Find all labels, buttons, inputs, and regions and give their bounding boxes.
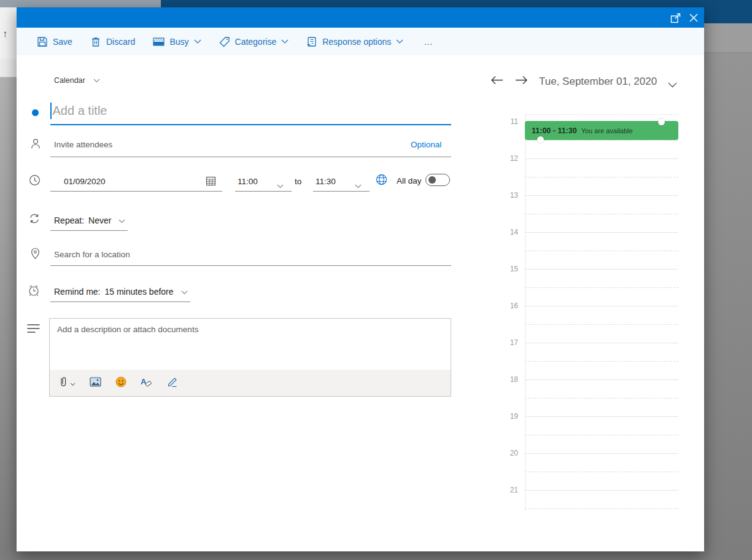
- reminder-label: Remind me:: [54, 287, 100, 297]
- start-time-dropdown[interactable]: 11:00: [238, 177, 258, 186]
- half-hour-line: [525, 324, 678, 325]
- response-options-icon: [306, 36, 317, 47]
- repeat-label: Repeat:: [54, 216, 84, 225]
- half-hour-line: [525, 398, 678, 399]
- hour-line: [525, 158, 678, 159]
- busy-status-dropdown[interactable]: Busy: [153, 37, 201, 47]
- description-placeholder: Add a description or attach documents: [57, 325, 198, 334]
- open-in-new-window-icon[interactable]: [669, 11, 682, 25]
- grid-line: [525, 114, 678, 115]
- alarm-clock-icon: [27, 284, 41, 300]
- all-day-toggle[interactable]: [425, 174, 450, 186]
- dialog-title-bar: [17, 7, 704, 28]
- event-status: You are available: [581, 127, 633, 134]
- hour-line: [525, 269, 678, 270]
- description-icon: [27, 324, 40, 337]
- to-label: to: [295, 177, 301, 186]
- all-day-label: All day: [397, 176, 422, 185]
- next-day-arrow[interactable]: [514, 75, 529, 88]
- event-block[interactable]: 11:00 - 11:30 You are available: [525, 121, 678, 140]
- clear-formatting-icon: A: [141, 376, 152, 390]
- save-button[interactable]: Save: [37, 36, 72, 47]
- repeat-underline: [50, 230, 128, 231]
- hour-line: [525, 490, 678, 491]
- reminder-dropdown[interactable]: Remind me: 15 minutes before: [54, 286, 188, 297]
- insert-emoji-button[interactable]: [115, 376, 126, 390]
- insert-image-button[interactable]: [90, 377, 101, 389]
- end-time-dropdown[interactable]: 11:30: [316, 177, 336, 186]
- screen: ↑ Save Discard: [0, 0, 752, 560]
- date-picker-icon[interactable]: [206, 176, 216, 189]
- calendar-color-dot: [32, 109, 39, 116]
- chevron-down-icon[interactable]: [277, 180, 284, 191]
- response-options-dropdown[interactable]: Response options: [306, 36, 403, 47]
- chevron-down-icon[interactable]: [668, 79, 677, 90]
- background-right-column: [704, 23, 752, 551]
- discard-button[interactable]: Discard: [90, 36, 135, 47]
- title-underline: [50, 124, 451, 125]
- hour-line: [525, 306, 678, 306]
- repeat-value: Never: [88, 216, 111, 225]
- description-editor[interactable]: Add a description or attach documents A: [49, 318, 451, 397]
- location-pin-icon: [30, 247, 41, 262]
- half-hour-line: [525, 214, 678, 214]
- half-hour-line: [525, 472, 678, 472]
- chevron-down-icon: [396, 39, 403, 44]
- categorise-dropdown[interactable]: Categorise: [219, 36, 289, 47]
- chevron-down-icon: [93, 76, 100, 85]
- description-format-toolbar: A: [50, 370, 451, 396]
- text-cursor: [50, 103, 52, 119]
- chevron-down-icon[interactable]: [355, 180, 362, 191]
- hour-label: 20: [503, 448, 518, 458]
- paperclip-icon: [59, 376, 68, 391]
- attach-file-button[interactable]: [59, 376, 76, 391]
- attendees-input[interactable]: Invite attendees: [54, 140, 112, 149]
- half-hour-line: [525, 287, 678, 288]
- image-icon: [90, 377, 101, 389]
- hour-label: 19: [503, 411, 518, 421]
- toggle-knob: [428, 176, 436, 184]
- save-label: Save: [53, 37, 72, 47]
- pen-icon: [166, 376, 179, 390]
- start-date-input[interactable]: 01/09/2020: [64, 177, 106, 186]
- hour-label: 11: [503, 117, 518, 126]
- calendar-selector-label: Calendar: [54, 76, 85, 85]
- event-resize-handle-bottom[interactable]: [537, 136, 544, 143]
- draw-ink-button[interactable]: [166, 376, 179, 390]
- busy-label: Busy: [169, 37, 188, 47]
- title-input[interactable]: Add a title: [50, 103, 107, 119]
- previous-day-arrow[interactable]: [490, 75, 504, 88]
- close-icon[interactable]: [687, 11, 700, 25]
- repeat-dropdown[interactable]: Repeat: Never: [54, 215, 125, 226]
- title-placeholder: Add a title: [53, 104, 107, 118]
- hour-label: 15: [503, 264, 518, 274]
- hour-label: 14: [503, 227, 518, 237]
- background-dimmed-area: [0, 77, 17, 551]
- clock-icon: [29, 174, 41, 189]
- half-hour-line: [525, 508, 678, 509]
- categorise-label: Categorise: [235, 37, 277, 47]
- background-panel: [0, 59, 17, 77]
- hour-line: [525, 232, 678, 233]
- chevron-down-icon: [181, 286, 188, 297]
- event-compose-dialog: Save Discard Busy Categorise Response op…: [17, 7, 704, 551]
- clear-formatting-button[interactable]: A: [141, 376, 152, 390]
- save-icon: [37, 36, 48, 47]
- hour-label: 12: [503, 154, 518, 163]
- up-arrow-icon: ↑: [2, 28, 8, 41]
- location-input[interactable]: Search for a location: [54, 250, 130, 259]
- hour-line: [525, 416, 678, 417]
- calendar-selector[interactable]: Calendar: [54, 76, 100, 85]
- tag-icon: [219, 36, 230, 47]
- event-resize-handle-top[interactable]: [658, 119, 665, 125]
- background-panel: [704, 23, 752, 53]
- more-options-button[interactable]: …: [421, 36, 436, 47]
- day-grid[interactable]: 11:00 - 11:30 You are available 11121314…: [503, 114, 688, 517]
- attendees-underline: [50, 157, 451, 157]
- hour-label: 17: [503, 338, 518, 348]
- hour-line: [525, 195, 678, 196]
- location-underline: [50, 265, 451, 266]
- optional-attendees-link[interactable]: Optional: [411, 140, 441, 149]
- event-time-range: 11:00 - 11:30: [532, 126, 577, 135]
- timezone-globe-icon[interactable]: [375, 173, 388, 189]
